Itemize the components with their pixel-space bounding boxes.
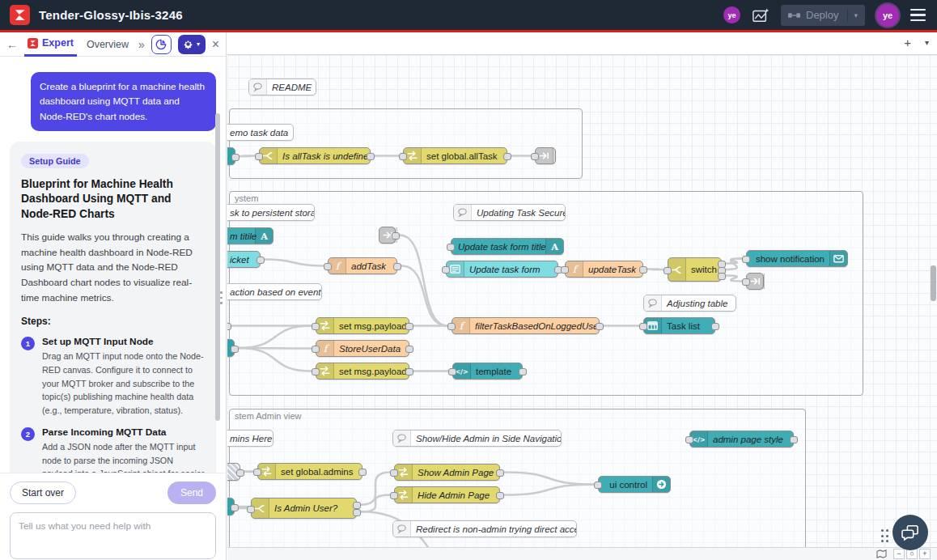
flow-node[interactable]: </>admin page style — [689, 431, 794, 448]
flow-node[interactable]: Show Admin Page — [394, 464, 500, 481]
input-port[interactable] — [531, 153, 539, 160]
comment-node[interactable]: README — [248, 78, 316, 95]
comment-node[interactable]: mins Here — [227, 430, 273, 447]
input-port[interactable] — [312, 368, 320, 375]
output-port[interactable] — [405, 346, 413, 353]
output-port[interactable] — [358, 469, 367, 476]
flow-node[interactable]: icket — [227, 251, 261, 268]
flow-node[interactable]: set msg.payload — [316, 363, 409, 380]
flow-node[interactable] — [379, 227, 396, 244]
comment-node[interactable]: Updating Task Securely — [453, 204, 566, 221]
comment-node[interactable]: Redirect is non-admin trying direct acce… — [392, 520, 577, 537]
tab-expert[interactable]: Expert — [24, 32, 77, 57]
minimap-toggle-icon[interactable] — [876, 549, 887, 558]
output-port[interactable] — [405, 368, 413, 375]
settings-button[interactable]: ▾ — [178, 35, 206, 54]
flow-node[interactable]: set global.allTask — [403, 147, 507, 164]
output-port[interactable] — [257, 257, 265, 264]
assistant-chat-button[interactable] — [892, 515, 928, 550]
flow-node[interactable]: switch — [668, 257, 722, 282]
comment-node[interactable]: Adjusting table — [643, 295, 736, 312]
deploy-caret-icon[interactable]: ▾ — [854, 11, 858, 19]
flow-canvas[interactable]: ystemstem Admin viewREADMEemo task dataI… — [227, 55, 937, 547]
avatar-large[interactable]: ye — [876, 4, 899, 27]
input-port[interactable] — [390, 469, 398, 477]
input-port[interactable] — [324, 263, 332, 270]
flow-node[interactable]: </>template — [452, 363, 523, 380]
output-port[interactable] — [503, 153, 511, 160]
flow-node[interactable]: ui control — [598, 476, 671, 493]
output-port[interactable] — [639, 266, 647, 274]
canvas-scrollbar[interactable] — [931, 55, 936, 547]
output-port[interactable] — [790, 436, 798, 443]
input-port[interactable] — [742, 278, 750, 286]
flow-node[interactable]: show notification — [746, 250, 848, 267]
flow-group[interactable] — [229, 108, 583, 179]
collapse-tabs-icon[interactable]: » — [138, 38, 145, 51]
output-port[interactable] — [519, 368, 527, 375]
flow-node[interactable]: Task list — [643, 317, 715, 334]
input-port[interactable] — [399, 153, 407, 160]
output-port[interactable] — [405, 323, 413, 330]
close-icon[interactable]: × — [212, 37, 219, 52]
input-port[interactable] — [561, 266, 569, 274]
start-over-button[interactable]: Start over — [10, 482, 76, 504]
output-port[interactable] — [718, 273, 726, 280]
add-flow-button[interactable]: + — [904, 36, 911, 49]
deploy-button[interactable]: Deploy ▾ — [781, 5, 865, 26]
input-port[interactable] — [255, 153, 263, 160]
input-port[interactable] — [312, 346, 320, 353]
output-port[interactable] — [236, 469, 244, 477]
fab-drag-handle[interactable] — [881, 529, 889, 542]
zoom-reset-button[interactable]: ○ — [906, 549, 918, 559]
flow-node[interactable] — [227, 498, 235, 515]
flow-node[interactable]: Update task form — [446, 261, 558, 278]
flow-node[interactable] — [227, 147, 235, 165]
input-port[interactable] — [639, 323, 647, 330]
output-port[interactable] — [231, 154, 240, 161]
flow-node[interactable] — [227, 463, 240, 481]
output-port[interactable] — [367, 153, 375, 160]
input-port[interactable] — [448, 368, 456, 375]
flow-node[interactable] — [227, 339, 235, 357]
output-port[interactable] — [393, 263, 401, 270]
flow-node[interactable]: Hide Admin Page — [394, 486, 500, 503]
input-port[interactable] — [442, 266, 450, 274]
flow-node[interactable]: fStoreUserData — [316, 340, 409, 357]
input-port[interactable] — [253, 469, 261, 476]
flow-node[interactable]: fupdateTask — [565, 261, 643, 278]
help-input[interactable] — [10, 512, 216, 559]
output-port[interactable] — [392, 232, 400, 240]
back-icon[interactable]: ← — [6, 38, 18, 51]
output-port[interactable] — [496, 469, 504, 477]
zoom-in-button[interactable]: + — [919, 549, 931, 559]
flow-node[interactable]: set msg.payload — [316, 317, 409, 334]
flow-node[interactable]: ffilterTaskBasedOnLoggedUser — [452, 317, 600, 334]
input-port[interactable] — [594, 482, 602, 489]
input-port[interactable] — [685, 436, 693, 443]
output-port[interactable] — [231, 346, 239, 353]
comment-node[interactable]: Show/Hide Admin in Side Navigation — [392, 430, 562, 447]
output-port[interactable] — [231, 504, 239, 511]
output-port[interactable] — [711, 323, 719, 330]
flow-node[interactable]: faddTask — [328, 257, 397, 274]
flow-node[interactable]: Am titile — [227, 227, 273, 244]
output-port[interactable] — [353, 502, 361, 509]
output-port[interactable] — [596, 323, 604, 330]
input-port[interactable] — [312, 323, 320, 330]
input-port[interactable] — [447, 244, 455, 251]
canvas-scroll-thumb[interactable] — [931, 265, 936, 301]
panel-scrollbar[interactable] — [215, 113, 220, 421]
input-port[interactable] — [742, 256, 750, 263]
output-port[interactable] — [227, 323, 231, 330]
panel-resize-handle[interactable] — [220, 291, 223, 304]
input-port[interactable] — [390, 492, 398, 499]
comment-node[interactable]: emo task data — [227, 124, 294, 141]
input-port[interactable] — [664, 267, 672, 274]
flow-node[interactable]: Is allTask is undefined — [259, 147, 371, 164]
send-button[interactable]: Send — [167, 482, 216, 504]
input-port[interactable] — [447, 323, 456, 330]
flow-list-caret-icon[interactable]: ▾ — [925, 38, 929, 47]
flow-node[interactable]: Is Admin User? — [251, 498, 357, 519]
output-port[interactable] — [353, 509, 361, 516]
